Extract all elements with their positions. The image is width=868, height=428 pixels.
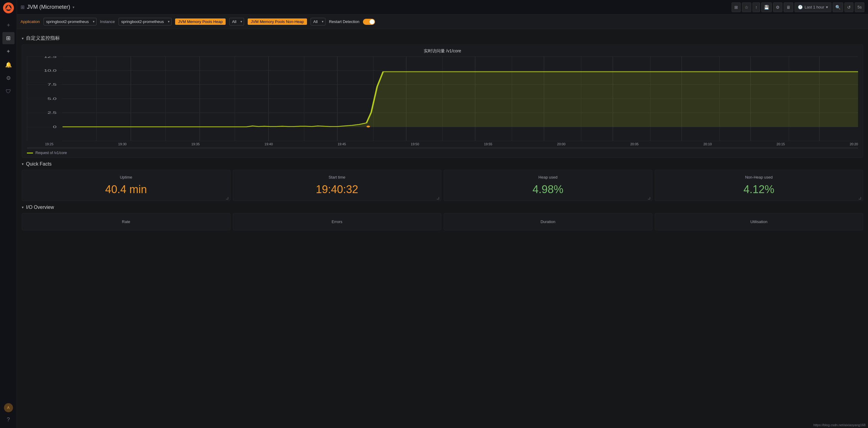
grid-icon: ⊞ xyxy=(21,4,25,10)
start-time-panel: Start time 19:40:32 xyxy=(233,170,441,201)
grafana-logo[interactable] xyxy=(3,2,14,13)
topbar: ⊞ JVM (Micrometer) ▾ ⊞ ☆ ↑ 💾 ⚙ 🖥 🕐 Last … xyxy=(17,0,868,15)
time-range-label: Last 1 hour xyxy=(805,5,824,9)
uptime-label: Uptime xyxy=(27,175,225,179)
svg-point-32 xyxy=(367,125,370,127)
x-label-1950: 19:50 xyxy=(411,142,419,146)
chart-scrollbar[interactable] xyxy=(27,147,858,149)
duration-label: Duration xyxy=(447,217,648,226)
realtime-chart-panel: 实时访问量 /v1/core xyxy=(22,45,863,158)
x-label-1925: 19:25 xyxy=(45,142,54,146)
sidebar-avatar[interactable]: A xyxy=(4,403,13,412)
star-button[interactable]: ☆ xyxy=(742,2,751,12)
nonheap-used-label: Non-Heap used xyxy=(660,175,858,179)
nonheap-used-panel: Non-Heap used 4.12% xyxy=(655,170,864,201)
sidebar-item-add[interactable]: ＋ xyxy=(2,19,14,31)
sidebar-item-dashboards[interactable]: ⊞ xyxy=(2,32,14,44)
bar-chart-button[interactable]: ⊞ xyxy=(732,2,741,12)
svg-text:0: 0 xyxy=(53,125,57,129)
svg-text:10.0: 10.0 xyxy=(44,69,57,73)
x-label-2020: 20:20 xyxy=(849,142,858,146)
custom-metrics-title: 自定义监控指标 xyxy=(26,35,60,41)
heap-used-label: Heap used xyxy=(449,175,647,179)
io-overview-grid: Rate Errors Duration Utilisation xyxy=(22,213,863,230)
restart-detection-toggle[interactable] xyxy=(363,19,375,25)
rate-panel: Rate xyxy=(22,213,230,230)
legend-line-icon xyxy=(27,152,33,153)
application-select[interactable]: springboot2-prometheus xyxy=(43,18,96,25)
application-label: Application xyxy=(21,19,40,24)
instance-select[interactable]: springboot2-prometheus xyxy=(119,18,172,25)
x-label-1955: 19:55 xyxy=(484,142,492,146)
uptime-panel: Uptime 40.4 min xyxy=(22,170,230,201)
title-chevron-icon[interactable]: ▾ xyxy=(72,5,74,9)
custom-metrics-chevron-icon[interactable]: ▾ xyxy=(22,36,24,40)
rate-label: Rate xyxy=(26,217,226,226)
start-time-label: Start time xyxy=(238,175,436,179)
x-label-2000: 20:00 xyxy=(557,142,565,146)
panel-resize-handle[interactable] xyxy=(859,197,861,199)
main-container: ⊞ JVM (Micrometer) ▾ ⊞ ☆ ↑ 💾 ⚙ 🖥 🕐 Last … xyxy=(17,0,868,428)
x-label-1935: 19:35 xyxy=(191,142,200,146)
sidebar: ＋ ⊞ ✦ 🔔 ⚙ 🛡 A ? xyxy=(0,0,17,428)
instance-select-wrap: springboot2-prometheus xyxy=(119,18,172,25)
x-label-1930: 19:30 xyxy=(118,142,127,146)
sidebar-item-shield[interactable]: 🛡 xyxy=(2,85,14,97)
svg-text:7.5: 7.5 xyxy=(48,83,57,87)
time-range-chevron-icon: ▾ xyxy=(826,5,828,9)
nonheap-select[interactable]: All xyxy=(311,18,326,25)
share-button[interactable]: ↑ xyxy=(752,2,760,12)
heap-label: JVM Memory Pools Heap xyxy=(175,19,226,25)
heap-used-panel: Heap used 4.98% xyxy=(444,170,652,201)
chart-title: 实时访问量 /v1/core xyxy=(27,49,858,54)
svg-point-3 xyxy=(7,5,9,7)
io-overview-chevron-icon[interactable]: ▾ xyxy=(22,205,24,209)
x-label-2010: 20:10 xyxy=(704,142,712,146)
svg-text:12.5: 12.5 xyxy=(44,56,57,59)
panel-resize-handle[interactable] xyxy=(226,197,228,199)
sidebar-item-explore[interactable]: ✦ xyxy=(2,46,14,58)
sidebar-item-alerting[interactable]: 🔔 xyxy=(2,59,14,71)
quick-facts-chevron-icon[interactable]: ▾ xyxy=(22,162,24,166)
panel-resize-handle[interactable] xyxy=(648,197,650,199)
settings-button[interactable]: ⚙ xyxy=(773,2,782,12)
sidebar-item-help[interactable]: ? xyxy=(2,413,14,426)
svg-text:2.5: 2.5 xyxy=(48,111,57,115)
svg-point-5 xyxy=(6,8,7,10)
quick-facts-section-header: ▾ Quick Facts xyxy=(22,161,863,167)
custom-metrics-section-header: ▾ 自定义监控指标 xyxy=(22,35,863,41)
errors-panel: Errors xyxy=(233,213,441,230)
duration-panel: Duration xyxy=(444,213,652,230)
utilisation-panel: Utilisation xyxy=(655,213,864,230)
sidebar-item-configuration[interactable]: ⚙ xyxy=(2,72,14,84)
chart-x-axis: 19:25 19:30 19:35 19:40 19:45 19:50 19:5… xyxy=(27,141,858,146)
io-overview-title: I/O Overview xyxy=(26,205,54,210)
legend-label: Request of /v1/core xyxy=(35,151,67,155)
instance-label: Instance xyxy=(100,19,115,24)
heap-select[interactable]: All xyxy=(229,18,244,25)
nonheap-used-value: 4.12% xyxy=(660,183,858,196)
search-button[interactable]: 🔍 xyxy=(833,2,843,12)
restart-detection-label: Restart Detection xyxy=(329,19,359,24)
monitor-button[interactable]: 🖥 xyxy=(784,2,793,12)
time-range-picker[interactable]: 🕐 Last 1 hour ▾ xyxy=(795,2,831,12)
panel-resize-handle[interactable] xyxy=(437,197,439,199)
save-button[interactable]: 💾 xyxy=(761,2,772,12)
chart-svg: 12.5 10.0 7.5 5.0 2.5 0 xyxy=(27,56,858,141)
x-label-2015: 20:15 xyxy=(777,142,785,146)
heap-select-wrap: All xyxy=(229,18,244,25)
svg-text:5.0: 5.0 xyxy=(48,97,57,101)
svg-point-4 xyxy=(9,8,11,10)
chart-area: 12.5 10.0 7.5 5.0 2.5 0 xyxy=(27,56,858,141)
clock-icon: 🕐 xyxy=(798,5,803,9)
utilisation-label: Utilisation xyxy=(659,217,860,226)
errors-label: Errors xyxy=(237,217,438,226)
refresh-button[interactable]: ↺ xyxy=(844,2,854,12)
x-label-2005: 20:05 xyxy=(630,142,639,146)
chart-legend: Request of /v1/core xyxy=(27,151,858,155)
x-label-1940: 19:40 xyxy=(265,142,273,146)
nonheap-label: JVM Memory Pools Non-Heap xyxy=(248,19,307,25)
refresh-interval-selector[interactable]: 5s xyxy=(855,2,864,12)
heap-used-value: 4.98% xyxy=(449,183,647,196)
dashboard-title: JVM (Micrometer) xyxy=(27,4,70,10)
